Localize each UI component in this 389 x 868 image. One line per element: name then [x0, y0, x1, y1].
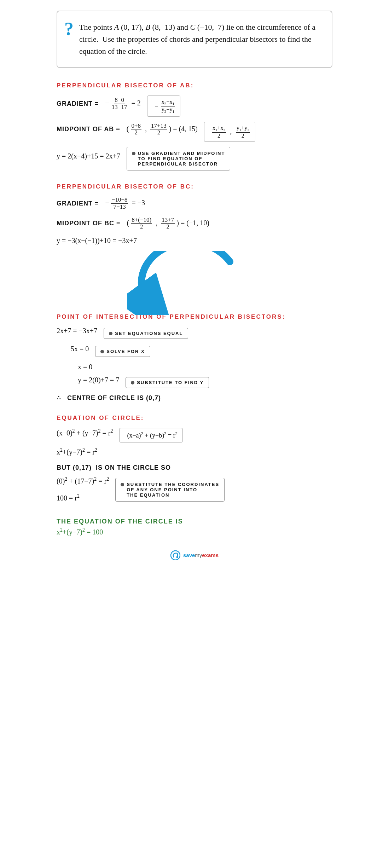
- sub-eq-row: (0)2 + (17−7)2 = r2 100 = r2 SUBSTITUTE …: [57, 476, 332, 507]
- section4-heading: EQUATION OF CIRCLE:: [57, 415, 332, 422]
- question-text: The points A (0, 17), B (8, 13) and C (−…: [79, 21, 322, 57]
- section2-heading: PERPENDICULAR BISECTOR OF BC:: [57, 183, 332, 190]
- question-icon: ?: [64, 20, 74, 38]
- footer: savemyexams: [57, 550, 332, 571]
- hint-text: SOLVE FOR x: [106, 349, 145, 354]
- hint-text: SUBSTITUTE THE COORDINATESOF ANY ONE POI…: [127, 482, 219, 498]
- midpoint-bc-math: ( 8+(−10) 2 , 13+7 2 ) = (−1, 10): [127, 217, 209, 230]
- coordinates-hint: SUBSTITUTE THE COORDINATESOF ANY ONE POI…: [115, 478, 225, 502]
- intersection-eq1: 2x+7 = −3x+7: [57, 327, 97, 335]
- final-line1: THE EQUATION OF THE CIRCLE IS: [57, 518, 332, 525]
- gradient-bc-math: − −10−8 7−13 = −3: [105, 197, 145, 210]
- sub-eq1-math: (0)2 + (17−7)2 = r2: [57, 476, 109, 485]
- midpoint-bc-line: MIDPOINT OF BC = ( 8+(−10) 2 , 13+7 2 ) …: [57, 217, 332, 230]
- midpoint-row: MIDPOINT OF AB = ( 0+8 2 , 17+13 2 ) = (…: [57, 122, 332, 142]
- gradient-math: − 8−0 13−17 = 2: [105, 97, 141, 110]
- section1: PERPENDICULAR BISECTOR OF AB: GRADIENT =…: [57, 82, 332, 170]
- circle-formula-hint: (x−a)2 + (y−b)2 = r2: [119, 428, 182, 442]
- substitute-y-hint: SUBSTITUTE TO FIND y: [126, 377, 209, 388]
- dot: [100, 350, 104, 353]
- gradient-row: GRADIENT = − 8−0 13−17 = 2 − x2−x1 y2−y1: [57, 96, 332, 117]
- solve-x-hint: SOLVE FOR x: [95, 346, 150, 357]
- eq-bc-math: y = −3(x−(−1))+10 = −3x+7: [57, 237, 137, 245]
- gradient-hint: − x2−x1 y2−y1: [147, 96, 180, 117]
- circle-eq1-row: (x−0)2 + (y−7)2 = r2 (x−a)2 + (y−b)2 = r…: [57, 428, 332, 442]
- intersection-eq3: x = 0: [57, 363, 332, 371]
- section2: PERPENDICULAR BISECTOR OF BC: GRADIENT =…: [57, 183, 332, 245]
- section3: POINT OF INTERSECTION OF PERPENDICULAR B…: [57, 313, 332, 402]
- hint-text: SET EQUATIONS EQUAL: [115, 331, 183, 336]
- logo-icon: [170, 550, 180, 560]
- midpoint-label: MIDPOINT OF AB =: [57, 126, 122, 133]
- gradient-bc-line: GRADIENT = − −10−8 7−13 = −3: [57, 197, 332, 210]
- eq1-math: (x−0)2 + (y−7)2 = r2: [57, 428, 113, 437]
- perp-bisector-hint: USE GRADIENT AND MIDPOINTTO FIND EQUATIO…: [127, 147, 231, 170]
- sub-eq2: 100 = r2: [57, 493, 109, 502]
- dot: [131, 381, 134, 384]
- footer-text: savemyexams: [183, 552, 219, 558]
- midpoint-line: MIDPOINT OF AB = ( 0+8 2 , 17+13 2 ) = (…: [57, 123, 198, 136]
- hint-text: SUBSTITUTE TO FIND y: [137, 380, 204, 385]
- intersection-eq4: y = 2(0)+7 = 7: [78, 376, 119, 384]
- eq2-math: x2+(y−7)2 = r2: [57, 447, 97, 456]
- svg-point-1: [171, 551, 180, 560]
- eq-math: y = 2(x−4)+15 = 2x+7: [57, 152, 120, 160]
- perp-bisector-eq: y = 2(x−4)+15 = 2x+7: [57, 152, 120, 160]
- gradient-bc-label: GRADIENT =: [57, 200, 101, 207]
- midpoint-bc-label: MIDPOINT OF BC =: [57, 220, 123, 227]
- but-text: BUT (0,17) IS ON THE CIRCLE SO: [57, 464, 171, 471]
- perp-bisector-eq-row: y = 2(x−4)+15 = 2x+7 USE GRADIENT AND MI…: [57, 147, 332, 170]
- section4: EQUATION OF CIRCLE: (x−0)2 + (y−7)2 = r2…: [57, 415, 332, 507]
- page-container: ? The points A (0, 17), B (8, 13) and C …: [57, 0, 332, 581]
- dot: [121, 483, 124, 486]
- set-equal-hint: SET EQUATIONS EQUAL: [104, 328, 188, 339]
- intersection-eq2: 5x = 0: [71, 345, 89, 353]
- final-answer: THE EQUATION OF THE CIRCLE IS x2+(y−7)2 …: [57, 518, 332, 536]
- eq4-math: y = 2(0)+7 = 7: [78, 376, 119, 384]
- therefore-symbol: ∴: [57, 394, 63, 402]
- but-line: BUT (0,17) IS ON THE CIRCLE SO: [57, 464, 332, 471]
- sub-eq2-math: 100 = r2: [57, 493, 80, 502]
- hint-text: USE GRADIENT AND MIDPOINTTO FIND EQUATIO…: [138, 151, 225, 167]
- blue-arrow-area: [57, 251, 332, 315]
- eq3-math: x = 0: [78, 363, 92, 371]
- section1-heading: PERPENDICULAR BISECTOR OF AB:: [57, 82, 332, 89]
- midpoint-math: ( 0+8 2 , 17+13 2 ) = (4, 15): [127, 123, 198, 136]
- intersection-eq2-row: 5x = 0 SOLVE FOR x: [57, 345, 332, 358]
- dot: [109, 332, 112, 335]
- question-box: ? The points A (0, 17), B (8, 13) and C …: [57, 11, 332, 68]
- final-line2: x2+(y−7)2 = 100: [57, 527, 332, 536]
- circle-eq1: (x−0)2 + (y−7)2 = r2: [57, 428, 113, 437]
- gradient-line: GRADIENT = − 8−0 13−17 = 2: [57, 97, 141, 110]
- gradient-label: GRADIENT =: [57, 100, 101, 108]
- centre-text: CENTRE OF CIRCLE IS (0,7): [67, 394, 161, 402]
- intersection-eq1-row: 2x+7 = −3x+7 SET EQUATIONS EQUAL: [57, 327, 332, 340]
- eq-bc-line: y = −3(x−(−1))+10 = −3x+7: [57, 237, 332, 245]
- eq2-math: 5x = 0: [71, 345, 89, 353]
- eq1-math: 2x+7 = −3x+7: [57, 327, 97, 335]
- formula-text: (x−a)2 + (y−b)2 = r2: [127, 431, 177, 439]
- svg-point-2: [176, 556, 178, 558]
- dot: [132, 152, 135, 155]
- centre-result: ∴ CENTRE OF CIRCLE IS (0,7): [57, 394, 332, 402]
- blue-circular-arrow: [127, 251, 248, 315]
- midpoint-hint: x1+x2 2 , y1+y2 2: [204, 122, 255, 142]
- circle-eq2: x2+(y−7)2 = r2: [57, 447, 332, 456]
- sub-eq1: (0)2 + (17−7)2 = r2: [57, 476, 109, 485]
- intersection-eq4-row: y = 2(0)+7 = 7 SUBSTITUTE TO FIND y: [57, 376, 332, 389]
